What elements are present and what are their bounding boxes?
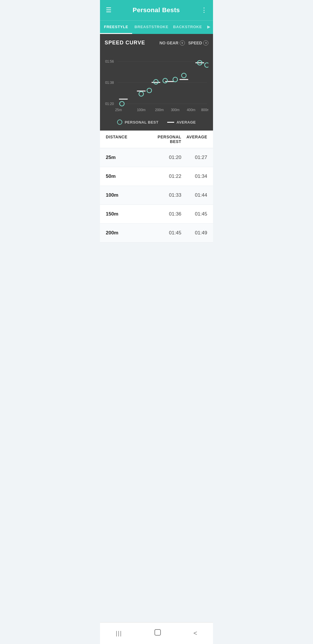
- svg-point-20: [205, 63, 208, 67]
- legend-line-icon: [167, 122, 174, 123]
- svg-point-13: [139, 92, 143, 96]
- row-avg: 01:45: [181, 211, 207, 217]
- row-pb: 01:20: [149, 155, 181, 160]
- svg-text:25m: 25m: [115, 108, 122, 112]
- row-pb: 01:45: [149, 230, 181, 236]
- row-pb: 01:22: [149, 173, 181, 179]
- more-icon[interactable]: ⋮: [201, 6, 207, 14]
- svg-point-17: [173, 77, 178, 82]
- chart-controls: NO GEAR ∨ SPEED ∨: [159, 40, 208, 46]
- svg-text:200m: 200m: [155, 108, 164, 112]
- svg-text:800m: 800m: [201, 108, 208, 112]
- svg-text:01:56: 01:56: [105, 59, 114, 64]
- row-avg: 01:34: [181, 173, 207, 179]
- app-header: ☰ Personal Bests ⋮: [100, 0, 213, 20]
- stroke-tabs: FREESTYLE BREASTSTROKE BACKSTROKE ▶: [100, 20, 213, 34]
- chart-title: SPEED CURVE: [105, 40, 145, 46]
- table-row: 50m 01:22 01:34: [100, 167, 213, 186]
- gear-filter[interactable]: NO GEAR ∨: [159, 40, 185, 46]
- table-header: DISTANCE PERSONAL BEST AVERAGE: [100, 131, 213, 148]
- svg-text:300m: 300m: [171, 108, 180, 112]
- row-pb: 01:36: [149, 211, 181, 217]
- row-distance: 25m: [106, 155, 149, 160]
- tab-breaststroke[interactable]: BREASTSTROKE: [132, 21, 171, 34]
- legend-average: AVERAGE: [167, 120, 196, 125]
- speed-curve-chart: 01:56 01:38 01:20: [105, 50, 208, 114]
- tab-more[interactable]: ▶: [204, 21, 213, 34]
- svg-point-18: [182, 73, 186, 78]
- hamburger-icon[interactable]: ☰: [106, 6, 112, 14]
- table-row: 100m 01:33 01:44: [100, 186, 213, 205]
- row-distance: 150m: [106, 211, 149, 217]
- tab-backstroke[interactable]: BACKSTROKE: [171, 21, 204, 34]
- page-title: Personal Bests: [132, 6, 180, 14]
- legend-circle-icon: [117, 120, 122, 125]
- svg-point-16: [163, 78, 168, 83]
- svg-text:400m: 400m: [187, 108, 195, 112]
- svg-point-14: [147, 88, 152, 93]
- row-distance: 200m: [106, 230, 149, 236]
- metric-chevron-icon: ∨: [203, 40, 208, 46]
- col-header-pb: PERSONAL BEST: [149, 135, 181, 144]
- col-header-distance: DISTANCE: [106, 135, 149, 144]
- legend-personal-best: PERSONAL BEST: [117, 120, 159, 125]
- col-header-avg: AVERAGE: [181, 135, 207, 144]
- data-table: DISTANCE PERSONAL BEST AVERAGE 25m 01:20…: [100, 131, 213, 243]
- row-avg: 01:49: [181, 230, 207, 236]
- svg-text:01:38: 01:38: [105, 81, 114, 85]
- svg-point-15: [154, 79, 158, 84]
- svg-text:100m: 100m: [137, 108, 145, 112]
- chart-svg-container: 01:56 01:38 01:20: [105, 50, 208, 115]
- table-row: 25m 01:20 01:27: [100, 148, 213, 167]
- row-avg: 01:27: [181, 155, 207, 160]
- row-distance: 50m: [106, 173, 149, 179]
- table-row: 150m 01:36 01:45: [100, 205, 213, 224]
- chart-legend: PERSONAL BEST AVERAGE: [105, 120, 208, 126]
- table-row: 200m 01:45 01:49: [100, 224, 213, 243]
- svg-text:01:20: 01:20: [105, 102, 114, 106]
- row-distance: 100m: [106, 192, 149, 198]
- tab-freestyle[interactable]: FREESTYLE: [100, 21, 132, 34]
- chart-header: SPEED CURVE NO GEAR ∨ SPEED ∨: [105, 40, 208, 46]
- gear-chevron-icon: ∨: [180, 40, 185, 46]
- chart-section: SPEED CURVE NO GEAR ∨ SPEED ∨ 01:56 01:3…: [100, 34, 213, 131]
- row-avg: 01:44: [181, 192, 207, 198]
- row-pb: 01:33: [149, 192, 181, 198]
- metric-filter[interactable]: SPEED ∨: [188, 40, 208, 46]
